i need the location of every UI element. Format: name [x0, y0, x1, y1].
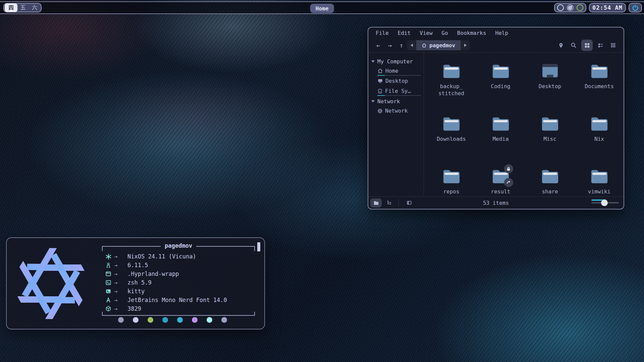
folder-view-icon: [373, 200, 379, 206]
search-button[interactable]: [569, 40, 579, 50]
linux-icon: [105, 262, 114, 268]
nix-icon: [105, 253, 114, 260]
icon-view-icon: [584, 43, 590, 48]
clock: 02:54 AM: [589, 3, 626, 12]
folder-item[interactable]: Nix: [575, 110, 624, 162]
folder-icon: [442, 168, 461, 184]
fastfetch-value: JetBrains Mono Nerd Font 14.0: [127, 297, 227, 303]
fastfetch-value: NixOS 24.11 (Vicuna): [127, 253, 196, 260]
folder-label: backup_ stitched: [438, 83, 464, 97]
green-ring-icon[interactable]: [577, 4, 583, 11]
fastfetch-output: pagedmov → NixOS 24.11 (Vicuna) → 6.11.5: [102, 243, 255, 323]
tree-view-button[interactable]: [384, 198, 395, 207]
palette-dot: [148, 317, 153, 323]
sidebar-item-filesy[interactable]: File Sy…: [368, 86, 424, 96]
places-sidebar: My Computer HomeDesktopFile Sy… Network …: [368, 53, 424, 196]
ring-icon[interactable]: [557, 4, 564, 11]
path-segment-current[interactable]: pagedmov: [416, 40, 461, 50]
monitor-icon: [377, 78, 383, 84]
fastfetch-row: → JetBrains Mono Nerd Font 14.0: [105, 296, 255, 304]
toggle-sidebar-button[interactable]: [404, 198, 415, 207]
menu-item[interactable]: Edit: [398, 30, 411, 36]
location-pin-button[interactable]: [556, 40, 566, 50]
arrow-glyph: →: [114, 270, 127, 277]
path-current-label: pagedmov: [429, 42, 455, 49]
nixos-logo: [12, 245, 90, 322]
power-button[interactable]: [629, 3, 642, 12]
forward-button[interactable]: →: [388, 42, 391, 49]
path-scroll-left-button[interactable]: [407, 40, 416, 50]
workspace-button[interactable]: 五: [17, 4, 29, 12]
up-button[interactable]: ↑: [399, 42, 403, 49]
folder-item[interactable]: Desktop: [525, 57, 575, 110]
window-manager-icon: [105, 271, 114, 277]
toggle-sidebar-icon: [407, 200, 412, 205]
slider-handle[interactable]: [601, 199, 608, 206]
zoom-slider[interactable]: [591, 199, 619, 206]
sidebar-item-label: Desktop: [385, 78, 408, 84]
palette-dot: [162, 317, 168, 323]
workspace-button[interactable]: 六: [29, 4, 40, 12]
folder-icon: [492, 116, 510, 131]
fastfetch-value: .Hyprland-wrapp: [127, 270, 179, 277]
triangle-right-icon: [464, 44, 467, 47]
menu-item[interactable]: Go: [442, 30, 448, 36]
sidebar-item-home[interactable]: Home: [368, 66, 424, 75]
palette-dot: [207, 317, 212, 323]
folder-icon: [442, 63, 461, 78]
icon-view-button[interactable]: [581, 40, 593, 51]
fastfetch-row: → 3829: [105, 304, 255, 313]
terminal-window[interactable]: pagedmov → NixOS 24.11 (Vicuna) → 6.11.5: [6, 237, 265, 329]
sidebar-item-network[interactable]: Network: [368, 106, 424, 115]
arrow-glyph: →: [114, 288, 127, 295]
path-bar: pagedmov: [407, 40, 470, 50]
box-corner: [102, 312, 105, 316]
menu-item[interactable]: File: [376, 30, 389, 36]
fastfetch-value: 3829: [127, 305, 141, 312]
half-moon-circle-icon[interactable]: [567, 4, 574, 11]
sidebar-item-label: Home: [385, 68, 398, 74]
lock-emblem-icon: [504, 164, 513, 173]
sidebar-item-desktop[interactable]: Desktop: [368, 76, 424, 85]
search-icon: [571, 42, 577, 48]
back-button[interactable]: ←: [376, 42, 380, 49]
menu-item[interactable]: Bookmarks: [457, 30, 486, 36]
top-bar: 四 五 六 Home 02:54 AM: [0, 1, 644, 14]
fastfetch-row: → 6.11.5: [105, 261, 255, 269]
arrow-glyph: →: [114, 279, 127, 286]
folder-item[interactable]: Documents: [575, 57, 624, 110]
palette-dot: [133, 317, 139, 323]
folder-view-button[interactable]: [370, 198, 382, 207]
hostname-label: pagedmov: [161, 242, 196, 249]
toolbar: ← → ↑ pagedmov: [368, 38, 624, 52]
folder-item[interactable]: Coding: [476, 57, 525, 110]
folder-label: Coding: [491, 83, 511, 90]
folder-item[interactable]: Media: [476, 110, 525, 162]
folder-label: share: [542, 188, 558, 195]
thumbnail-view-button[interactable]: [608, 40, 618, 50]
fastfetch-row: → NixOS 24.11 (Vicuna): [105, 252, 255, 261]
menu-item[interactable]: Help: [495, 30, 508, 36]
folder-label: Misc: [543, 135, 556, 142]
globe-icon: [377, 108, 383, 114]
path-scroll-right-button[interactable]: [461, 40, 470, 50]
fastfetch-value: zsh 5.9: [127, 279, 152, 286]
folder-item[interactable]: backup_ stitched: [427, 57, 476, 110]
folder-icon: [590, 63, 608, 78]
shell-icon: [105, 280, 114, 286]
folder-item[interactable]: Misc: [525, 110, 575, 162]
desktop-icon: [541, 63, 559, 79]
terminal-cursor: [257, 242, 260, 251]
folder-icon: [492, 63, 510, 78]
palette-dot: [192, 317, 198, 323]
compact-view-button[interactable]: [595, 40, 605, 50]
box-corner: [252, 246, 255, 251]
menu-item[interactable]: View: [420, 30, 433, 36]
folder-item[interactable]: Downloads: [427, 110, 476, 162]
fastfetch-row: → kitty: [105, 287, 255, 296]
workspace-button[interactable]: 四: [5, 3, 17, 12]
sidebar-section-header[interactable]: My Computer: [368, 57, 424, 66]
sidebar-section-header[interactable]: Network: [368, 97, 424, 106]
folder-icon: [541, 116, 559, 131]
terminal-color-palette: [118, 317, 227, 323]
